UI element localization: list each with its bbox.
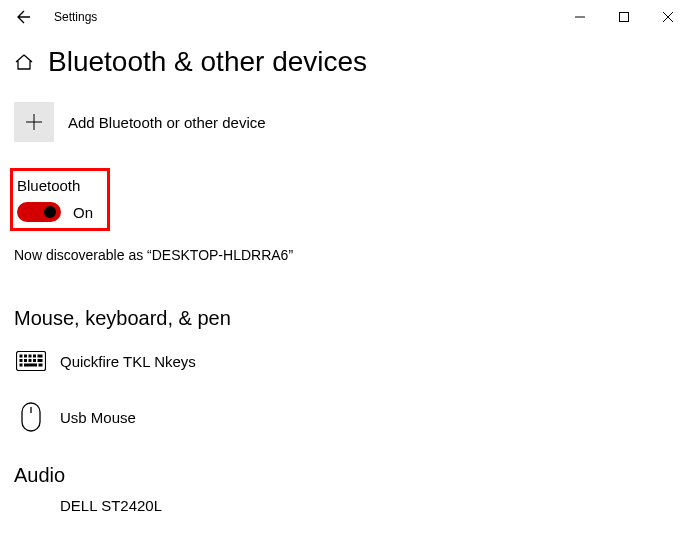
svg-rect-14 [39,364,43,367]
device-name: Quickfire TKL Nkeys [60,353,196,370]
section-heading-audio: Audio [14,464,676,487]
svg-rect-8 [24,359,27,362]
bluetooth-toggle-state: On [73,204,93,221]
device-name: Usb Mouse [60,409,136,426]
keyboard-icon-svg [16,351,46,371]
bluetooth-toggle-row: On [17,202,93,222]
minimize-button[interactable] [558,2,602,32]
svg-rect-5 [33,355,36,358]
bluetooth-toggle[interactable] [17,202,61,222]
bluetooth-highlight: Bluetooth On [10,168,110,231]
window-controls [558,2,690,32]
add-device-label: Add Bluetooth or other device [68,114,266,131]
device-name-partial: DELL ST2420L [60,497,676,514]
minimize-icon [575,12,585,22]
discoverable-text: Now discoverable as “DESKTOP-HLDRRA6” [14,247,676,263]
add-device-button[interactable]: Add Bluetooth or other device [14,102,676,142]
device-row-mouse[interactable]: Usb Mouse [14,400,676,434]
svg-rect-12 [20,364,23,367]
svg-rect-9 [29,359,32,362]
svg-rect-2 [20,355,23,358]
home-icon-svg [14,52,34,72]
mouse-icon [14,400,48,434]
svg-rect-3 [24,355,27,358]
window-title: Settings [54,10,97,24]
svg-rect-6 [38,355,43,358]
back-button[interactable] [6,2,42,32]
close-icon [663,12,673,22]
page-header: Bluetooth & other devices [0,34,690,84]
back-arrow-icon [16,9,32,25]
content-area: Add Bluetooth or other device Bluetooth … [0,84,690,514]
device-row-keyboard[interactable]: Quickfire TKL Nkeys [14,344,676,378]
home-icon[interactable] [14,52,34,77]
keyboard-icon [14,344,48,378]
svg-rect-13 [24,364,37,367]
maximize-icon [619,12,629,22]
toggle-knob [44,206,56,218]
plus-icon [14,102,54,142]
titlebar: Settings [0,0,690,34]
svg-rect-11 [38,359,43,362]
svg-rect-0 [620,13,629,22]
close-button[interactable] [646,2,690,32]
svg-rect-4 [29,355,32,358]
section-heading-mkp: Mouse, keyboard, & pen [14,307,676,330]
plus-icon-svg [25,113,43,131]
bluetooth-label: Bluetooth [17,177,93,194]
svg-rect-10 [33,359,36,362]
maximize-button[interactable] [602,2,646,32]
mouse-icon-svg [21,402,41,432]
page-title: Bluetooth & other devices [48,46,367,78]
svg-rect-7 [20,359,23,362]
